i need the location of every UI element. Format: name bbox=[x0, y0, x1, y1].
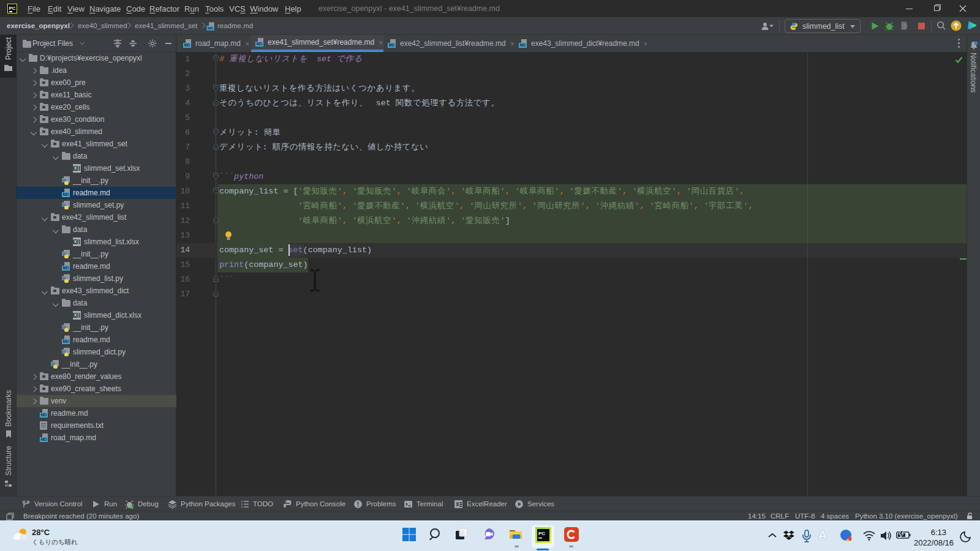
svg-text:PC: PC bbox=[538, 531, 545, 536]
